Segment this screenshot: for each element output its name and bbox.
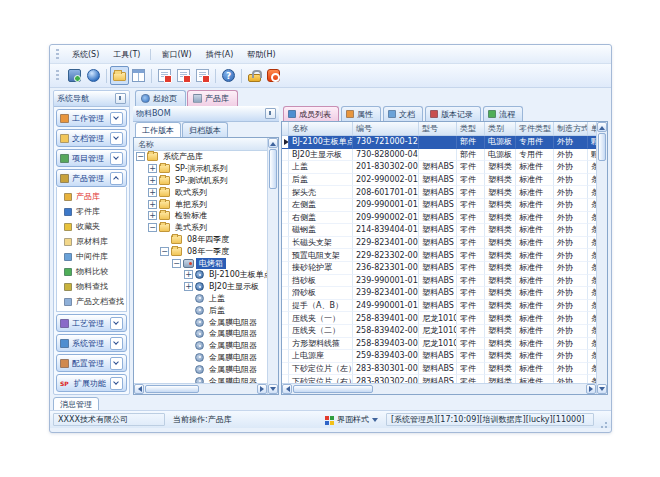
tree-node[interactable]: +BJ20主显示板 bbox=[134, 281, 267, 293]
table-row[interactable]: 下砂定位片（左）283-830301-00X塑料ABS零件塑料类标准件外协条 bbox=[282, 363, 596, 376]
help-toolbar-button[interactable] bbox=[219, 66, 238, 85]
expand-icon[interactable]: + bbox=[148, 188, 157, 197]
column-header[interactable]: 名称 bbox=[289, 122, 353, 135]
exit-toolbar-button[interactable] bbox=[264, 66, 283, 85]
table-row[interactable]: 滑砂板239-823401-00X塑料ABS零件塑料类标准件外协条 bbox=[282, 287, 596, 300]
collapse-icon[interactable]: − bbox=[172, 259, 181, 268]
table-row[interactable]: 接砂轮护罩236-823301-00X塑料ABS零件塑料类标准件外协条 bbox=[282, 262, 596, 275]
folder-toolbar-button[interactable] bbox=[110, 66, 129, 85]
collapse-icon[interactable]: − bbox=[148, 223, 157, 232]
tree-vscrollbar[interactable] bbox=[267, 138, 278, 394]
table-row[interactable]: BJ20主显示板730-828000-04X部件电源板专用件外协颗 bbox=[282, 149, 596, 162]
table-row[interactable]: 预置电阻支架229-823302-00X塑料ABS零件塑料类标准件外协条 bbox=[282, 249, 596, 262]
column-header[interactable]: 型号 bbox=[419, 122, 457, 135]
version-tab[interactable]: 归档版本 bbox=[182, 122, 228, 137]
menu-item[interactable]: 帮助(H) bbox=[240, 47, 282, 62]
expand-icon[interactable]: + bbox=[148, 176, 157, 185]
doc-toolbar-button[interactable] bbox=[193, 66, 212, 85]
doc-tab[interactable]: 起始页 bbox=[135, 90, 186, 106]
sidebar-item[interactable]: 收藏夹 bbox=[57, 219, 126, 234]
sidebar-group[interactable]: 系统管理 bbox=[56, 334, 127, 352]
tree-node[interactable]: 金属膜电阻器 bbox=[134, 340, 267, 352]
doc-toolbar-button[interactable] bbox=[174, 66, 193, 85]
table-row[interactable]: 上电源座259-839403-00X塑料ABS零件塑料类标准件外协条 bbox=[282, 350, 596, 363]
table-row[interactable]: 提手（A、B）249-990001-01X塑料ABS零件塑料类标准件外协条 bbox=[282, 300, 596, 313]
sidebar-group[interactable]: 工作管理 bbox=[56, 109, 127, 127]
table-row[interactable]: 上盖201-830302-00X塑料ABS零件塑料类标准件外协条 bbox=[282, 161, 596, 174]
column-header[interactable]: 单位 bbox=[588, 122, 596, 135]
table-row[interactable]: 挡砂板239-990001-01X塑料ABS零件塑料类标准件外协条 bbox=[282, 275, 596, 288]
sidebar-item[interactable]: 物料比较 bbox=[57, 264, 126, 279]
sidebar-item[interactable]: 产品文档查找 bbox=[57, 294, 126, 309]
content-tab[interactable]: 属性 bbox=[341, 106, 381, 121]
tree-node[interactable]: +欧式系列 bbox=[134, 186, 267, 198]
menu-item[interactable]: 工具(T) bbox=[106, 47, 147, 62]
resize-grip[interactable] bbox=[597, 414, 608, 425]
sidebar-item[interactable]: 中间件库 bbox=[57, 249, 126, 264]
collapse-icon[interactable]: − bbox=[136, 152, 145, 161]
table-row[interactable]: 右侧盖209-990002-01X塑料ABS零件塑料类标准件外协条 bbox=[282, 212, 596, 225]
table-vscrollbar[interactable] bbox=[596, 122, 607, 394]
table-row[interactable]: 压线夹（二）258-839402-00X尼龙1010零件塑料类标准件外协条 bbox=[282, 325, 596, 338]
table-row[interactable]: 方形塑料线箍258-839403-00X尼龙1010零件塑料类标准件外协条 bbox=[282, 338, 596, 351]
menu-item[interactable]: 插件(A) bbox=[199, 47, 241, 62]
expand-icon[interactable]: + bbox=[148, 200, 157, 209]
menu-item[interactable]: 窗口(W) bbox=[154, 47, 198, 62]
tree-hscrollbar[interactable] bbox=[134, 383, 267, 394]
sidebar-group[interactable]: 工艺管理 bbox=[56, 314, 127, 332]
table-row[interactable]: 长磁头支架229-823401-00X塑料ABS零件塑料类标准件外协条 bbox=[282, 237, 596, 250]
scroll-right-icon[interactable] bbox=[257, 384, 267, 394]
tree-node[interactable]: 后盖 bbox=[134, 304, 267, 316]
tree-node[interactable]: 08年四季度 bbox=[134, 234, 267, 246]
tree-node[interactable]: 金属膜电阻器 bbox=[134, 352, 267, 364]
globe-toolbar-button[interactable] bbox=[84, 66, 103, 85]
scroll-right-icon[interactable] bbox=[586, 384, 596, 394]
tree-node[interactable]: +BJ-2100主板单点 bbox=[134, 269, 267, 281]
column-header[interactable]: 制造方式 bbox=[554, 122, 588, 135]
doc-tab[interactable]: 产品库 bbox=[187, 90, 238, 106]
sidebar-group[interactable]: 项目管理 bbox=[56, 149, 127, 167]
ui-style-dropdown[interactable]: 界面样式 bbox=[319, 413, 384, 426]
tree-node[interactable]: 上盖 bbox=[134, 293, 267, 305]
scroll-down-icon[interactable] bbox=[268, 384, 278, 394]
sidebar-item[interactable]: 产品库 bbox=[57, 189, 126, 204]
column-header[interactable]: 零件类型 bbox=[516, 122, 554, 135]
scroll-up-icon[interactable] bbox=[597, 122, 607, 132]
tree-column-header[interactable]: 名称 bbox=[134, 138, 267, 151]
message-panel-tab[interactable]: 消息管理 bbox=[53, 397, 99, 411]
scroll-left-icon[interactable] bbox=[134, 384, 144, 394]
table-row[interactable]: 磁钢盖214-839404-01X塑料ABS零件塑料类标准件外协条 bbox=[282, 224, 596, 237]
table-row[interactable]: BJ-2100主板单点730-721000-12X部件电源板专用件外协颗 bbox=[282, 136, 596, 149]
tree-node[interactable]: −电烤箱 bbox=[134, 257, 267, 269]
scroll-left-icon[interactable] bbox=[282, 384, 292, 394]
scroll-thumb[interactable] bbox=[269, 149, 277, 189]
expand-icon[interactable]: + bbox=[184, 270, 193, 279]
scroll-thumb[interactable] bbox=[145, 385, 199, 393]
column-header[interactable]: 类别 bbox=[485, 122, 516, 135]
sidebar-item[interactable]: 物料查找 bbox=[57, 279, 126, 294]
expand-icon[interactable]: + bbox=[184, 282, 193, 291]
table-hscrollbar[interactable] bbox=[282, 383, 596, 394]
tree-node[interactable]: −美式系列 bbox=[134, 222, 267, 234]
tree-node[interactable]: +SP-测试机系列 bbox=[134, 175, 267, 187]
tree-node[interactable]: +检验标准 bbox=[134, 210, 267, 222]
sidebar-group[interactable]: 文档管理 bbox=[56, 129, 127, 147]
pin-icon[interactable] bbox=[115, 93, 126, 104]
expand-icon[interactable]: + bbox=[148, 211, 157, 220]
content-tab[interactable]: 成员列表 bbox=[283, 106, 339, 121]
lock-toolbar-button[interactable] bbox=[245, 66, 264, 85]
table-row[interactable]: 左侧盖209-990001-01X塑料ABS零件塑料类标准件外协条 bbox=[282, 199, 596, 212]
sidebar-item[interactable]: 原材料库 bbox=[57, 234, 126, 249]
table-row[interactable]: 探头壳208-601701-01X塑料ABS零件塑料类标准件外协条 bbox=[282, 186, 596, 199]
layout-toolbar-button[interactable] bbox=[129, 66, 148, 85]
content-tab[interactable]: 版本记录 bbox=[425, 106, 481, 121]
sidebar-item[interactable]: 零件库 bbox=[57, 204, 126, 219]
tree-node[interactable]: 金属膜电阻器 bbox=[134, 316, 267, 328]
column-header[interactable]: 类型 bbox=[457, 122, 485, 135]
version-tab[interactable]: 工作版本 bbox=[135, 122, 181, 137]
tree-node[interactable]: +SP-演示机系列 bbox=[134, 163, 267, 175]
content-tab[interactable]: 文档 bbox=[383, 106, 423, 121]
table-row[interactable]: 下砂定位片（右）283-830302-00X塑料ABS零件塑料类标准件外协条 bbox=[282, 375, 596, 383]
scroll-thumb[interactable] bbox=[293, 385, 373, 393]
pc-toolbar-button[interactable] bbox=[65, 66, 84, 85]
